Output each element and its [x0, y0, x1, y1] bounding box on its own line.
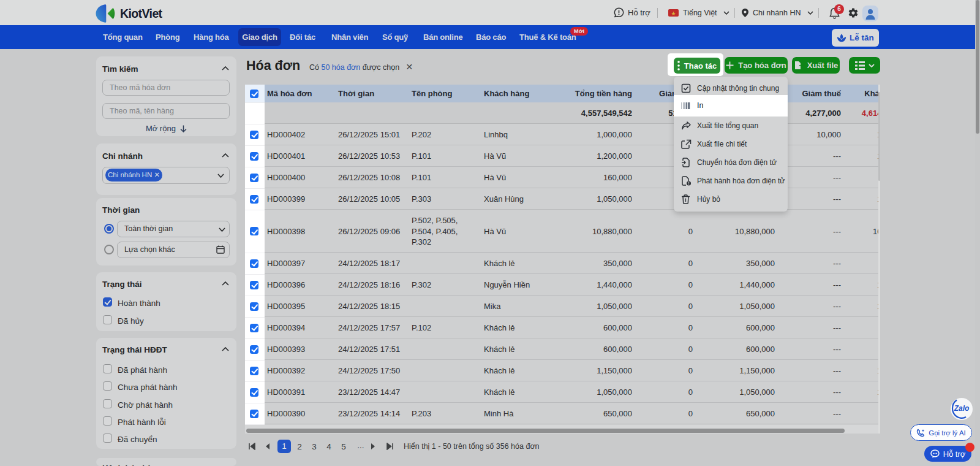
svg-text:★: ★ — [671, 10, 676, 16]
